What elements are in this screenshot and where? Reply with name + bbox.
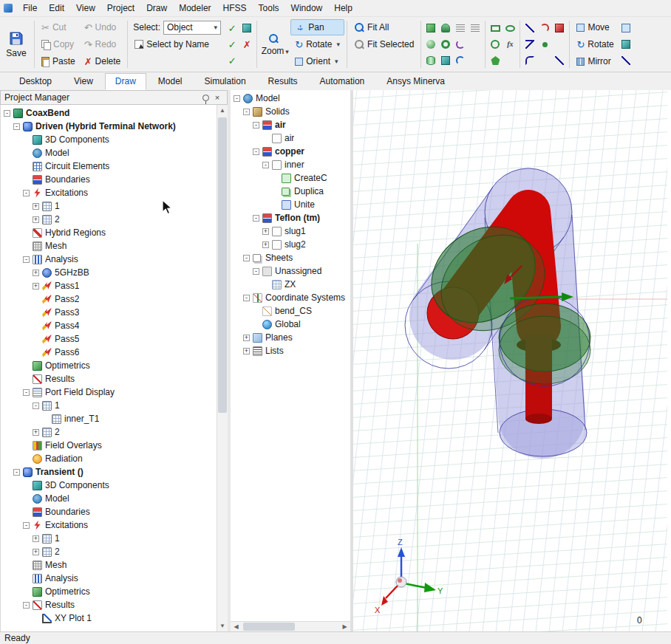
draw-line-button[interactable]: [522, 20, 537, 36]
draw-ellipse-button[interactable]: [503, 20, 517, 36]
orient-button[interactable]: Orient▾: [290, 53, 344, 69]
tree-item-3d-components[interactable]: 3D Components: [1, 133, 217, 146]
tree-item-results[interactable]: Results: [1, 372, 217, 386]
collapse-icon[interactable]: -: [23, 256, 30, 263]
tree-item-pass5[interactable]: Pass5: [1, 332, 217, 346]
rotate-view-button[interactable]: ↻Rotate▾: [290, 36, 344, 52]
tab-draw[interactable]: Draw: [105, 73, 146, 90]
collapse-icon[interactable]: -: [253, 148, 259, 155]
tree-item-optimetrics[interactable]: Optimetrics: [1, 359, 217, 372]
tree-item-teflon-tm-[interactable]: -Teflon (tm): [231, 211, 350, 225]
collapse-icon[interactable]: -: [262, 162, 269, 168]
clipped-button[interactable]: [619, 36, 630, 52]
tree-item-excitations[interactable]: -Excitations: [1, 186, 217, 199]
tree-item-transient-[interactable]: -Transient (): [1, 465, 217, 479]
draw-sphere-button[interactable]: [423, 36, 438, 52]
collapse-icon[interactable]: -: [23, 522, 30, 529]
tree-item-mesh[interactable]: Mesh: [1, 239, 217, 253]
tree-item-zx[interactable]: ZX: [231, 278, 350, 291]
tree-item-planes[interactable]: +Planes: [231, 331, 350, 344]
tree-item-model[interactable]: -Model: [231, 92, 350, 105]
tree-item-lists[interactable]: +Lists: [231, 344, 350, 357]
purple-arc-button[interactable]: [453, 36, 468, 52]
draw-dome-button[interactable]: [438, 20, 453, 36]
tree-item-hybrid-regions[interactable]: Hybrid Regions: [1, 226, 217, 239]
tree-item-boundaries[interactable]: Boundaries: [1, 505, 217, 518]
mirror-button[interactable]: Mirror: [572, 53, 618, 69]
cut-button[interactable]: ✂Cut: [37, 19, 80, 35]
tree-item-pass1[interactable]: +Pass1: [1, 279, 217, 292]
draw-pencil-button[interactable]: [552, 52, 567, 69]
tree-item-unassigned[interactable]: -Unassigned: [231, 264, 350, 278]
scroll-down-button[interactable]: ▼: [217, 620, 228, 631]
tab-model[interactable]: Model: [148, 73, 193, 90]
draw-polyline-button[interactable]: [522, 36, 537, 52]
analyze-check-button[interactable]: ✓: [225, 36, 239, 52]
menu-project[interactable]: Project: [101, 1, 140, 16]
tree-item-driven-hybrid-terminal-network-[interactable]: -Driven (Hybrid Terminal Network): [1, 120, 217, 133]
collapse-icon[interactable]: -: [13, 469, 20, 476]
tab-automation[interactable]: Automation: [310, 73, 375, 90]
collapse-icon[interactable]: -: [4, 110, 10, 117]
draw-arc-button[interactable]: [537, 20, 552, 36]
tree-item-mesh[interactable]: Mesh: [1, 558, 217, 572]
abort-button[interactable]: ✗: [239, 36, 254, 52]
tree-item-1[interactable]: -1: [1, 399, 217, 412]
collapse-icon[interactable]: -: [243, 295, 250, 301]
tree-item-air[interactable]: air: [231, 131, 350, 145]
scroll-up-button[interactable]: ▲: [217, 105, 228, 116]
pin-panel-button[interactable]: [200, 92, 211, 103]
collapse-icon[interactable]: -: [243, 109, 250, 115]
menu-view[interactable]: View: [70, 1, 101, 16]
tree-item-1[interactable]: +1: [1, 199, 217, 213]
scrollbar-thumb[interactable]: [218, 117, 227, 413]
menu-tools[interactable]: Tools: [253, 1, 285, 16]
draw-rectangle-button[interactable]: [488, 20, 503, 36]
tree-item-slug2[interactable]: +slug2: [231, 238, 350, 251]
paste-button[interactable]: Paste: [37, 53, 80, 69]
tree-item-optimetrics[interactable]: Optimetrics: [1, 585, 217, 598]
verify-check-button[interactable]: ✓: [225, 52, 239, 69]
rotate-tool-button[interactable]: ↻Rotate: [572, 36, 618, 52]
tree-item-sheets[interactable]: -Sheets: [231, 251, 350, 264]
draw-spline-button[interactable]: [522, 52, 537, 69]
expand-icon[interactable]: +: [33, 549, 39, 555]
expand-icon[interactable]: +: [33, 429, 39, 436]
menu-hfss[interactable]: HFSS: [217, 1, 253, 16]
expand-icon[interactable]: +: [33, 270, 39, 276]
model-tree-scrollbar[interactable]: ◀ ▶: [231, 621, 350, 631]
collapse-icon[interactable]: -: [33, 402, 39, 409]
tree-item-copper[interactable]: -copper: [231, 145, 350, 158]
tree-item-circuit-elements[interactable]: Circuit Elements: [1, 160, 217, 173]
save-button[interactable]: Save: [1, 18, 32, 70]
menu-file[interactable]: File: [17, 1, 43, 16]
tree-item-5ghzbb[interactable]: +5GHzBB: [1, 266, 217, 279]
draw-circle-button[interactable]: [488, 36, 503, 52]
tree-item-pass2[interactable]: Pass2: [1, 292, 217, 306]
tree-item-analysis[interactable]: Analysis: [1, 572, 217, 585]
move-button[interactable]: Move: [572, 19, 618, 35]
collapse-icon[interactable]: -: [234, 95, 240, 102]
tree-item-port-field-display[interactable]: -Port Field Display: [1, 386, 217, 399]
tree-item-radiation[interactable]: Radiation: [1, 452, 217, 465]
scrollbar-track[interactable]: [217, 116, 228, 620]
select-by-name-button[interactable]: Select by Name: [130, 36, 225, 52]
zoom-button[interactable]: Zoom▾: [259, 18, 290, 70]
draw-cone-button[interactable]: [438, 52, 453, 69]
collapse-icon[interactable]: -: [13, 123, 20, 130]
close-panel-button[interactable]: ×: [211, 92, 223, 103]
tree-item-analysis[interactable]: -Analysis: [1, 253, 217, 266]
tree-item-2[interactable]: +2: [1, 425, 217, 439]
blue-arc-button[interactable]: [453, 52, 468, 69]
tab-ansys-minerva[interactable]: Ansys Minerva: [376, 73, 455, 90]
tree-item-inner[interactable]: -inner: [231, 158, 350, 171]
menu-draw[interactable]: Draw: [140, 1, 173, 16]
scrollbar-track[interactable]: [242, 622, 339, 631]
tab-desktop[interactable]: Desktop: [9, 73, 62, 90]
menu-modeler[interactable]: Modeler: [173, 1, 217, 16]
tree-item-3d-components[interactable]: 3D Components: [1, 479, 217, 492]
tree-item-1[interactable]: +1: [1, 532, 217, 545]
tree-item-model[interactable]: Model: [1, 492, 217, 505]
draw-box-button[interactable]: [423, 20, 438, 36]
tree-item-global[interactable]: Global: [231, 318, 350, 331]
